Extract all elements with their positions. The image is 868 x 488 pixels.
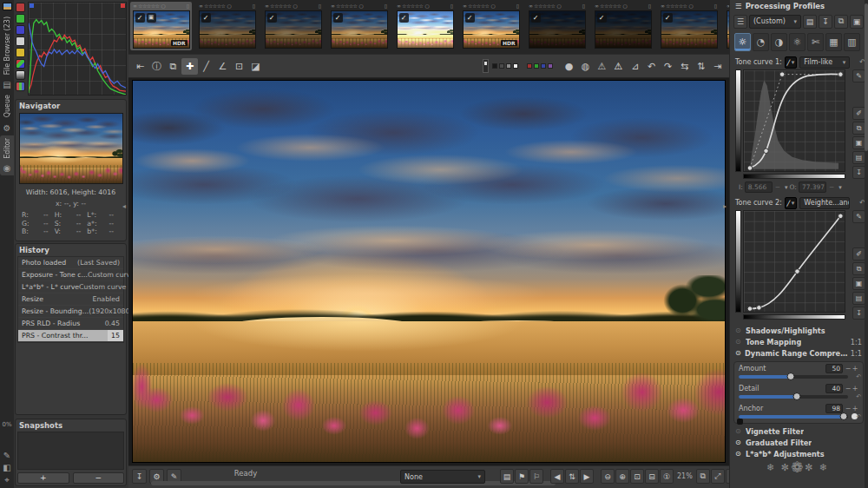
load-curve-icon[interactable]: ▤ [852,292,865,305]
profile-select[interactable]: (Custom)▾ [749,15,801,29]
unrank-icon[interactable]: ○ [227,3,231,10]
navigator-preview[interactable] [19,113,123,184]
tab-exposure[interactable]: ☼ [734,33,751,51]
thumbnail-image[interactable]: ✓ ▣ [661,10,718,49]
curve-type-select[interactable]: ∕▾ [785,56,798,69]
thumbnail-image[interactable]: ✓ ▣ HDR [463,10,520,49]
slider-value-field[interactable]: 40 [825,384,843,393]
rotate-right-90-icon[interactable]: ↷ [660,58,676,75]
star-rating[interactable]: ☆☆☆☆☆ [402,3,423,10]
info-icon[interactable]: ⓘ [148,58,165,75]
fine-rotate-icon[interactable]: ∠ [214,58,231,75]
color-label-icon[interactable]: ∞ [199,3,203,10]
trash-icon[interactable]: ▯ [450,3,453,10]
color-label-icon[interactable]: ∞ [397,3,401,10]
filmstrip-thumbnail[interactable]: ∞ ☆☆☆☆☆ ○ ▯ ✓ ▣ [394,2,456,50]
previous-image-icon[interactable]: ◀ [550,469,564,484]
load-profile-icon[interactable]: ▤ [803,15,817,29]
slider-track[interactable] [739,395,848,399]
tab-queue[interactable]: Queue [3,95,11,117]
unrank-icon[interactable]: ○ [622,3,627,10]
hide-left-panel-icon[interactable]: ⇤ [132,58,148,75]
slider-thumb[interactable] [787,373,795,380]
zoom-in-icon[interactable]: ⊕ [615,469,629,484]
reset-icon[interactable]: ↶ [856,393,861,400]
slider-value-field[interactable]: 50 [825,364,843,373]
star-rating[interactable]: ☆☆☆☆☆ [666,3,687,10]
background-color-swatch[interactable] [534,63,539,69]
increment-button[interactable]: + [852,405,858,412]
unrank-icon[interactable]: ○ [293,3,297,10]
trash-icon[interactable]: ▯ [253,3,255,10]
background-gray-swatch[interactable] [513,63,518,69]
curve-output-field[interactable]: 77.397 [799,181,826,193]
thumbnail-image[interactable]: ✓ ▣ HDR [133,10,190,49]
hist-raw-button[interactable] [16,82,25,91]
color-picker-icon[interactable]: ✎ [3,451,10,460]
thumbnail-image[interactable]: ✓ ▣ [331,10,388,49]
tab-color[interactable]: ◑ [771,33,787,51]
next-image-icon[interactable]: ▶ [580,469,594,484]
history-entry[interactable]: PRS RLD - Radius 0.45 [18,318,123,330]
queue-icon[interactable]: ⚙ [3,123,11,133]
decrement-button[interactable]: − [845,365,852,373]
background-gray-swatch[interactable] [506,63,511,69]
folder-icon[interactable]: ▤ [500,469,514,484]
color-label-icon[interactable]: ∞ [661,3,665,10]
edit-point-icon[interactable]: ✎ [852,69,865,82]
hist-blue-button[interactable] [16,25,25,35]
trash-icon[interactable]: ▯ [187,3,189,10]
unrank-icon[interactable]: ○ [161,3,165,10]
slider-thumb[interactable] [792,392,800,400]
highlight-clip-icon[interactable]: ⚠ [610,58,627,75]
color-label-icon[interactable]: ∞ [529,3,533,10]
save-curve-icon[interactable]: ↧ [852,166,865,179]
gamut-check-icon[interactable]: ◍ [577,58,594,75]
tab-transform[interactable]: ✄ [807,33,824,51]
hist-red-button[interactable] [16,3,25,12]
paste-profile-icon[interactable]: ▣ [850,15,864,29]
color-label-icon[interactable]: ∞ [265,3,269,10]
hist-mode-button[interactable] [16,59,25,69]
tab-detail[interactable]: ◔ [753,33,769,51]
curve-input-field[interactable]: 8.566 [745,181,773,193]
zoom-fit-crop-icon[interactable]: ⊟ [645,469,659,484]
power-icon[interactable]: ⊙ [735,427,744,435]
add-snapshot-button[interactable]: + [17,472,69,484]
filmstrip-thumbnail[interactable]: ∞ ☆☆☆☆☆ ○ ▯ ✓ ▣ [262,2,324,50]
increment-button[interactable]: + [852,365,858,373]
power-icon[interactable]: ⊙ [735,439,744,446]
tone-curve-2-editor[interactable]: ✎✐⧉▣▤↧ [733,210,865,321]
rotate-left-90-icon[interactable]: ↶ [643,58,660,75]
split-preview-icon[interactable]: ◧ [3,463,10,472]
preview-bw-icon[interactable]: ● [561,58,577,75]
unrank-icon[interactable]: ○ [358,3,363,10]
tab-advanced[interactable]: ⚛ [789,33,806,51]
zoom-fit-icon[interactable]: ⊡ [630,469,644,484]
tool-section-header[interactable]: ⊙ Graduated Filter [732,437,865,448]
copy-profile-icon[interactable]: ⧉ [834,15,848,29]
background-color-swatch[interactable] [527,63,532,69]
slider-thumb[interactable] [839,412,847,420]
hist-bar-button[interactable] [16,70,25,80]
history-entry[interactable]: L*a*b* - L* curve Custom curve [18,281,123,293]
histogram-overlay-icon[interactable]: ⊿ [627,58,643,75]
tab-metadata[interactable]: ▥ [844,33,860,51]
load-curve-icon[interactable]: ▤ [852,151,865,164]
star-rating[interactable]: ☆☆☆☆☆ [204,3,225,10]
color-label-icon[interactable]: ∞ [331,3,335,10]
edit-point-icon[interactable]: ✎ [852,210,865,223]
decrement-button[interactable]: − [845,405,852,412]
paste-curve-icon[interactable]: ▣ [852,277,865,290]
star-rating[interactable]: ☆☆☆☆☆ [138,3,159,10]
tool-section-header[interactable]: ⊙ Dynamic Range Compression 1:1 [732,347,865,359]
slider-track[interactable] [739,415,848,419]
thumbnail-image[interactable]: ✓ ▣ [529,10,586,49]
tool-section-header[interactable]: ⊙ Shadows/Highlights [732,325,865,336]
output-profile-select[interactable]: None▾ [400,470,485,484]
pick-from-image-icon[interactable]: ✐ [852,107,865,120]
trash-icon[interactable]: ▯ [385,3,387,10]
perspective-icon[interactable]: ◪ [247,58,264,75]
slider-track[interactable] [739,375,848,379]
increment-button[interactable]: + [852,385,858,392]
